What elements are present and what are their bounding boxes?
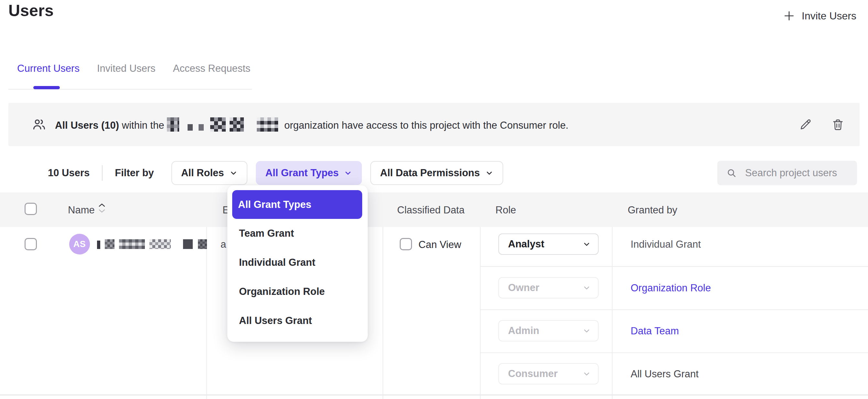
role-select-value: Consumer xyxy=(508,368,558,379)
plus-icon xyxy=(783,10,795,22)
granted-by-link[interactable]: Organization Role xyxy=(631,282,711,294)
trash-icon xyxy=(831,118,845,131)
banner-bold-text: All Users (10) xyxy=(55,120,119,131)
grant-row-divider xyxy=(480,266,868,267)
data-permissions-filter-dropdown[interactable]: All Data Permissions xyxy=(370,161,503,185)
role-select-value: Admin xyxy=(508,325,539,337)
grant-type-filter-label: All Grant Types xyxy=(266,167,339,179)
banner-text: All Users (10) within the organization h… xyxy=(55,117,568,132)
page-title: Users xyxy=(8,1,54,20)
avatar: AS xyxy=(69,234,90,254)
can-view-label: Can View xyxy=(418,239,461,251)
tab-access-requests[interactable]: Access Requests xyxy=(164,58,259,79)
role-select-admin[interactable]: Admin xyxy=(498,320,599,341)
row-divider xyxy=(0,395,868,395)
column-header-role: Role xyxy=(495,204,516,216)
column-header-granted-by: Granted by xyxy=(628,204,677,216)
sort-desc-icon xyxy=(98,209,105,213)
data-permissions-filter-label: All Data Permissions xyxy=(380,167,479,179)
grant-type-menu: All Grant Types Team Grant Individual Gr… xyxy=(227,185,368,342)
filter-row: 10 Users Filter by All Roles All Grant T… xyxy=(8,159,857,187)
invite-users-label: Invite Users xyxy=(802,10,856,22)
chevron-down-icon xyxy=(485,169,494,177)
role-select-value: Owner xyxy=(508,282,539,294)
redacted-user-name xyxy=(97,239,207,249)
tab-current-users[interactable]: Current Users xyxy=(8,58,88,79)
menu-item-individual-grant[interactable]: Individual Grant xyxy=(232,248,362,277)
delete-all-users-grant-button[interactable] xyxy=(829,116,847,133)
chevron-down-icon xyxy=(583,370,591,378)
table-header: Name Email Classified Data Role Granted … xyxy=(0,192,868,227)
chevron-down-icon xyxy=(583,240,591,248)
granted-by-value: All Users Grant xyxy=(631,368,699,380)
role-filter-label: All Roles xyxy=(181,167,224,179)
divider xyxy=(102,165,102,181)
search-input[interactable] xyxy=(744,167,848,179)
menu-item-team-grant[interactable]: Team Grant xyxy=(232,219,362,248)
column-divider xyxy=(480,227,480,399)
can-view-checkbox[interactable] xyxy=(400,238,412,250)
chevron-down-icon xyxy=(344,169,352,177)
search-box xyxy=(717,161,857,185)
role-select-value: Analyst xyxy=(508,238,544,250)
role-filter-dropdown[interactable]: All Roles xyxy=(172,161,247,185)
active-tab-indicator xyxy=(33,86,60,89)
redacted-org-name xyxy=(167,120,281,131)
user-count: 10 Users xyxy=(48,167,90,179)
row-select-checkbox[interactable] xyxy=(25,238,37,250)
menu-item-all-grant-types[interactable]: All Grant Types xyxy=(232,190,362,219)
role-select-analyst[interactable]: Analyst xyxy=(498,234,599,255)
menu-item-all-users-grant[interactable]: All Users Grant xyxy=(232,306,362,335)
column-divider xyxy=(382,227,383,399)
column-divider xyxy=(206,227,207,399)
menu-item-organization-role[interactable]: Organization Role xyxy=(232,277,362,306)
pencil-icon xyxy=(799,118,812,131)
tabs-bar: Current Users Invited Users Access Reque… xyxy=(8,58,259,79)
column-header-name: Name xyxy=(68,204,95,216)
grant-row-divider xyxy=(480,309,868,310)
edit-all-users-grant-button[interactable] xyxy=(797,116,814,133)
grant-row-divider xyxy=(480,352,868,353)
invite-users-button[interactable]: Invite Users xyxy=(782,7,857,25)
sort-asc-icon xyxy=(98,203,105,207)
grant-type-filter-dropdown[interactable]: All Grant Types xyxy=(256,161,362,185)
column-header-classified-data: Classified Data xyxy=(397,204,464,216)
search-icon xyxy=(726,167,737,179)
chevron-down-icon xyxy=(583,283,591,292)
granted-by-link[interactable]: Data Team xyxy=(631,325,679,337)
all-users-banner: All Users (10) within the organization h… xyxy=(8,103,860,146)
role-select-owner[interactable]: Owner xyxy=(498,277,599,299)
column-divider xyxy=(612,227,613,399)
chevron-down-icon xyxy=(583,327,591,335)
banner-actions xyxy=(797,116,847,133)
users-icon xyxy=(32,117,46,132)
sort-button[interactable] xyxy=(98,203,106,214)
user-email-fragment: a xyxy=(221,239,226,250)
granted-by-value: Individual Grant xyxy=(631,239,701,250)
select-all-checkbox[interactable] xyxy=(25,203,37,215)
tab-invited-users[interactable]: Invited Users xyxy=(88,58,164,79)
chevron-down-icon xyxy=(229,169,238,177)
role-select-consumer[interactable]: Consumer xyxy=(498,363,599,385)
filter-by-label: Filter by xyxy=(115,167,154,179)
